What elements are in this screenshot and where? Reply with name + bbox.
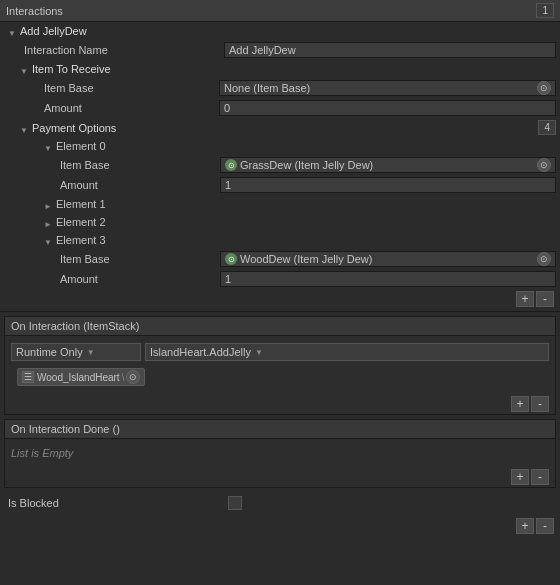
on-interaction-done-plus-btn[interactable]: +: [511, 469, 529, 485]
element-0-item-base-value: GrassDew (Item Jelly Dew): [240, 159, 537, 171]
on-interaction-block: On Interaction (ItemStack) Runtime Only …: [4, 316, 556, 415]
element-3-amount-row: Amount 1: [0, 269, 560, 289]
payment-options-arrow: [20, 123, 30, 133]
element-2-row[interactable]: Element 2: [0, 213, 560, 231]
bottom-plus-btn[interactable]: +: [516, 518, 534, 534]
is-blocked-row: Is Blocked: [0, 492, 560, 512]
amount-label: Amount: [44, 102, 219, 114]
runtime-only-dropdown[interactable]: Runtime Only ▼: [11, 343, 141, 361]
on-interaction-pm-row: + -: [5, 394, 555, 414]
empty-list-label: List is Empty: [5, 443, 555, 463]
payment-options-pm-row: + -: [0, 289, 560, 309]
tag-dot-btn[interactable]: ⊙: [126, 370, 140, 384]
item-to-receive-label: Item To Receive: [32, 63, 111, 75]
on-interaction-minus-btn[interactable]: -: [531, 396, 549, 412]
payment-options-row[interactable]: Payment Options 4: [0, 118, 560, 137]
bottom-pm-row: + -: [0, 516, 560, 536]
on-interaction-done-content: List is Empty: [5, 439, 555, 467]
element-3-amount-label: Amount: [60, 273, 220, 285]
element-2-label: Element 2: [56, 216, 106, 228]
element-0-amount-label: Amount: [60, 179, 220, 191]
method-dropdown[interactable]: IslandHeart.AddJelly ▼: [145, 343, 549, 361]
jellydew-arrow: [8, 26, 18, 36]
item-base-label: Item Base: [44, 82, 219, 94]
on-interaction-label: On Interaction (ItemStack): [11, 320, 139, 332]
element-3-circle-btn[interactable]: ⊙: [537, 252, 551, 266]
payment-options-plus-btn[interactable]: +: [516, 291, 534, 307]
element-1-label: Element 1: [56, 198, 106, 210]
element-0-item-base-container[interactable]: ⊙ GrassDew (Item Jelly Dew) ⊙: [220, 157, 556, 173]
element-3-arrow: [44, 235, 54, 245]
tag-label: Wood_IslandHeart: [37, 372, 120, 383]
jellydew-label: Add JellyDew: [20, 25, 87, 37]
element-0-amount-row: Amount 1: [0, 175, 560, 195]
on-interaction-done-label: On Interaction Done (): [11, 423, 120, 435]
interactions-header: Interactions 1: [0, 0, 560, 22]
runtime-arrow-icon: ▼: [87, 348, 95, 357]
tag-separator: \: [122, 372, 125, 383]
tag-chip: ☰ Wood_IslandHeart \ ⊙: [17, 368, 145, 386]
element-0-item-base-label: Item Base: [60, 159, 220, 171]
is-blocked-checkbox[interactable]: [228, 496, 242, 510]
element-0-amount-value[interactable]: 1: [220, 177, 556, 193]
payment-options-label: Payment Options: [32, 122, 116, 134]
interaction-name-label: Interaction Name: [4, 44, 224, 56]
amount-row: Amount 0: [0, 98, 560, 118]
interaction-name-value[interactable]: Add JellyDew: [224, 42, 556, 58]
item-to-receive-arrow: [20, 64, 30, 74]
element-0-item-base-row: Item Base ⊙ GrassDew (Item Jelly Dew) ⊙: [0, 155, 560, 175]
item-base-value-container[interactable]: None (Item Base) ⊙: [219, 80, 556, 96]
on-interaction-header: On Interaction (ItemStack): [5, 317, 555, 336]
element-3-item-base-value: WoodDew (Item Jelly Dew): [240, 253, 537, 265]
tag-icon: ☰: [22, 371, 34, 383]
element-3-item-base-row: Item Base ⊙ WoodDew (Item Jelly Dew) ⊙: [0, 249, 560, 269]
element-0-label: Element 0: [56, 140, 106, 152]
element-0-arrow: [44, 141, 54, 151]
element-0-circle-btn[interactable]: ⊙: [537, 158, 551, 172]
element-3-item-base-container[interactable]: ⊙ WoodDew (Item Jelly Dew) ⊙: [220, 251, 556, 267]
element-1-row[interactable]: Element 1: [0, 195, 560, 213]
amount-value[interactable]: 0: [219, 100, 556, 116]
item-base-row: Item Base None (Item Base) ⊙: [0, 78, 560, 98]
on-interaction-done-minus-btn[interactable]: -: [531, 469, 549, 485]
interaction-name-row: Interaction Name Add JellyDew: [0, 40, 560, 60]
element-3-amount-value[interactable]: 1: [220, 271, 556, 287]
element-0-item-icon: ⊙: [225, 159, 237, 171]
payment-options-count: 4: [538, 120, 556, 135]
is-blocked-label: Is Blocked: [8, 497, 228, 509]
item-base-circle-btn[interactable]: ⊙: [537, 81, 551, 95]
on-interaction-content: Runtime Only ▼ IslandHeart.AddJelly ▼ ☰ …: [5, 336, 555, 394]
jellydew-root[interactable]: Add JellyDew: [0, 22, 560, 40]
on-interaction-dropdowns: Runtime Only ▼ IslandHeart.AddJelly ▼: [5, 340, 555, 364]
on-interaction-done-header: On Interaction Done (): [5, 420, 555, 439]
element-3-item-icon: ⊙: [225, 253, 237, 265]
on-interaction-plus-btn[interactable]: +: [511, 396, 529, 412]
item-base-value: None (Item Base): [224, 82, 537, 94]
element-3-row[interactable]: Element 3: [0, 231, 560, 249]
divider-1: [0, 311, 560, 312]
on-interaction-done-pm-row: + -: [5, 467, 555, 487]
element-2-arrow: [44, 217, 54, 227]
method-arrow-icon: ▼: [255, 348, 263, 357]
on-interaction-done-block: On Interaction Done () List is Empty + -: [4, 419, 556, 488]
tag-row: ☰ Wood_IslandHeart \ ⊙: [5, 364, 555, 390]
item-to-receive-row[interactable]: Item To Receive: [0, 60, 560, 78]
element-0-row[interactable]: Element 0: [0, 137, 560, 155]
bottom-minus-btn[interactable]: -: [536, 518, 554, 534]
main-panel: Interactions 1 Add JellyDew Interaction …: [0, 0, 560, 536]
element-3-item-base-label: Item Base: [60, 253, 220, 265]
element-3-label: Element 3: [56, 234, 106, 246]
element-1-arrow: [44, 199, 54, 209]
interactions-count: 1: [536, 3, 554, 18]
interactions-title: Interactions: [6, 5, 63, 17]
payment-options-minus-btn[interactable]: -: [536, 291, 554, 307]
